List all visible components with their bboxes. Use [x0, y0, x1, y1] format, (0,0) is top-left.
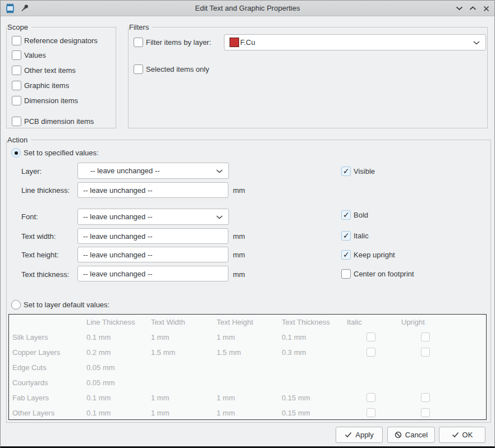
checkbox-label: Selected items only: [146, 64, 209, 74]
column-header: Text Thickness: [282, 317, 330, 327]
cell-text-width: 1.5 mm: [151, 348, 175, 357]
window-title: Edit Text and Graphic Properties: [1, 4, 494, 12]
cell-text-width: 1 mm: [151, 408, 169, 418]
checkbox-label: Values: [24, 50, 46, 60]
font-combobox[interactable]: -- leave unchanged --: [77, 209, 229, 225]
checkbox-filter-items-by-layer[interactable]: [134, 38, 143, 47]
radio-label: Set to layer default values:: [24, 300, 109, 310]
field-label: Font:: [21, 212, 38, 221]
cell-text-thickness: 0.15 mm: [282, 408, 310, 418]
apply-button[interactable]: Apply: [336, 427, 383, 443]
checkbox-graphic-items[interactable]: [12, 81, 21, 90]
checkbox-italic-fab[interactable]: [366, 393, 375, 402]
column-header: Line Thickness: [86, 317, 135, 327]
cancel-button[interactable]: Cancel: [387, 427, 435, 443]
text-width-input[interactable]: -- leave unchanged --: [77, 228, 228, 244]
unit-label: mm: [233, 232, 245, 241]
checkbox-label: Italic: [354, 231, 369, 241]
cell-line-thickness: 0.1 mm: [86, 332, 111, 342]
text-thickness-input[interactable]: -- leave unchanged --: [77, 266, 228, 281]
row-label: Edge Cuts: [12, 363, 47, 372]
cancel-button-label: Cancel: [405, 431, 428, 439]
chevron-down-icon: [473, 41, 480, 45]
field-label: Text height:: [21, 250, 59, 260]
cell-text-width: 1 mm: [151, 332, 169, 342]
table-header-row: Line Thickness Text Width Text Height Te…: [9, 315, 486, 330]
checkbox-italic-silk[interactable]: [366, 332, 375, 341]
row-label: Fab Layers: [12, 393, 49, 403]
cell-text-thickness: 0.3 mm: [282, 348, 306, 357]
checkbox-upright-copper[interactable]: [421, 348, 430, 357]
column-header: Italic: [347, 317, 362, 327]
close-icon[interactable]: [482, 4, 491, 12]
checkbox-visible[interactable]: [341, 167, 351, 176]
checkbox-center-on-footprint[interactable]: [341, 269, 351, 279]
checkbox-dimension-items[interactable]: [12, 96, 21, 105]
cell-text-height: 1 mm: [217, 393, 235, 403]
checkbox-label: Center on footprint: [354, 269, 414, 279]
checkbox-italic-copper[interactable]: [366, 348, 375, 357]
checkbox-label: Graphic items: [24, 81, 69, 90]
cell-line-thickness: 0.2 mm: [86, 348, 111, 357]
checkbox-upright-fab[interactable]: [421, 393, 430, 402]
cell-text-thickness: 0.1 mm: [282, 332, 306, 342]
layer-combobox[interactable]: -- leave unchanged --: [77, 163, 229, 179]
checkbox-selected-items-only[interactable]: [134, 64, 143, 74]
text-width-value: -- leave unchanged --: [83, 232, 153, 241]
column-header: Text Height: [217, 317, 253, 327]
line-thickness-input[interactable]: -- leave unchanged --: [77, 182, 228, 198]
layer-color-swatch: [230, 38, 239, 47]
checkbox-values[interactable]: [12, 50, 21, 60]
cell-text-height: 1.5 mm: [217, 348, 241, 357]
checkbox-label: Filter items by layer:: [146, 38, 211, 47]
column-header: Upright: [401, 317, 425, 327]
checkbox-italic-other[interactable]: [366, 408, 375, 417]
ok-button[interactable]: OK: [439, 427, 485, 443]
radio-set-to-layer-default-values[interactable]: [11, 300, 21, 310]
checkbox-other-text-items[interactable]: [12, 66, 21, 75]
layer-filter-value: F.Cu: [240, 38, 255, 47]
field-label: Line thickness:: [21, 186, 70, 195]
field-label: Text thickness:: [21, 270, 69, 279]
checkbox-label: Other text items: [24, 66, 76, 75]
checkbox-upright-silk[interactable]: [421, 332, 430, 341]
radio-set-to-specified-values[interactable]: [11, 148, 21, 158]
cell-text-height: 1 mm: [217, 332, 235, 342]
checkbox-keep-upright[interactable]: [341, 250, 351, 260]
layer-value: -- leave unchanged --: [90, 167, 160, 175]
checkbox-upright-other[interactable]: [421, 408, 430, 417]
unit-label: mm: [233, 270, 245, 279]
checkbox-label: Bold: [354, 210, 368, 220]
checkbox-italic[interactable]: [341, 231, 351, 241]
chevron-down-icon[interactable]: [455, 4, 464, 12]
checkbox-label: Visible: [354, 167, 375, 176]
check-icon: [345, 432, 352, 438]
titlebar: Edit Text and Graphic Properties: [1, 1, 494, 16]
cell-line-thickness: 0.1 mm: [86, 408, 111, 418]
action-legend: Action: [7, 135, 31, 145]
checkbox-label: Reference designators: [24, 36, 98, 45]
table-row-silk-layers: Silk Layers 0.1 mm 1 mm 1 mm 0.1 mm: [9, 330, 486, 345]
checkbox-pcb-dimension-items[interactable]: [12, 117, 21, 126]
cell-text-height: 1 mm: [217, 408, 235, 418]
row-label: Silk Layers: [12, 332, 48, 342]
scope-legend: Scope: [7, 22, 31, 32]
layer-defaults-table: Line Thickness Text Width Text Height Te…: [8, 314, 487, 420]
row-label: Copper Layers: [12, 348, 60, 357]
checkbox-bold[interactable]: [341, 210, 351, 220]
ok-button-label: OK: [462, 431, 473, 439]
checkbox-reference-designators[interactable]: [12, 36, 21, 45]
table-row-copper-layers: Copper Layers 0.2 mm 1.5 mm 1.5 mm 0.3 m…: [9, 345, 486, 360]
chevron-up-icon[interactable]: [468, 4, 477, 12]
field-label: Text width:: [21, 232, 56, 241]
cell-line-thickness: 0.1 mm: [86, 393, 111, 403]
text-height-input[interactable]: -- leave unchanged --: [77, 247, 228, 262]
text-thickness-value: -- leave unchanged --: [83, 270, 153, 278]
table-row-other-layers: Other Layers 0.1 mm 1 mm 1 mm 0.15 mm: [9, 405, 486, 421]
layer-filter-combobox[interactable]: F.Cu: [224, 34, 486, 50]
column-header: Text Width: [151, 317, 185, 327]
chevron-down-icon: [216, 169, 223, 173]
table-row-courtyards: Courtyards 0.05 mm: [9, 375, 486, 390]
table-row-edge-cuts: Edge Cuts 0.05 mm: [9, 360, 486, 375]
check-icon: [452, 432, 459, 438]
